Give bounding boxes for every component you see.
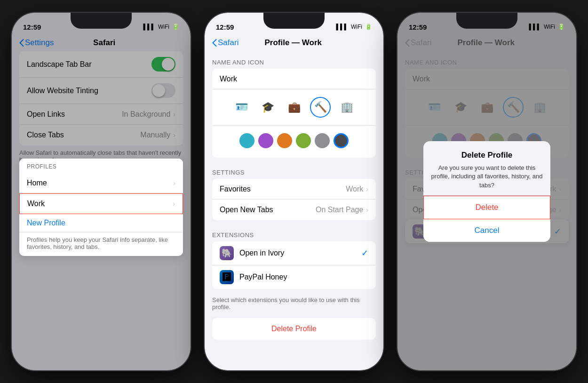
favorites-chevron: › <box>366 185 368 193</box>
open-new-tabs-chevron: › <box>366 206 368 214</box>
nav-title-2: Profile — Work <box>238 38 348 48</box>
time-3: 12:59 <box>409 23 427 31</box>
delete-profile-button[interactable]: Delete Profile <box>212 318 376 340</box>
paypal-ext-row[interactable]: 🅿 PayPal Honey <box>212 265 376 289</box>
alert-cancel-button[interactable]: Cancel <box>423 219 550 242</box>
wifi-icon-3: WiFi <box>544 24 555 30</box>
icons-list: 🪪 🎓 💼 🔨 🏢 <box>231 93 357 121</box>
ivory-ext-row[interactable]: 🐘 Open in Ivory ✓ <box>212 241 376 265</box>
extensions-group: 🐘 Open in Ivory ✓ 🅿 PayPal Honey <box>212 241 376 289</box>
favorites-row[interactable]: Favorites Work › <box>212 179 376 199</box>
paypal-label: PayPal Honey <box>239 273 368 281</box>
alert-message: Are you sure you want to delete this pro… <box>431 164 543 190</box>
profile-name-value: Work <box>220 75 368 83</box>
status-icons-1: ▌▌▌ WiFi 🔋 <box>143 24 179 30</box>
color-dark-selected[interactable] <box>334 133 349 148</box>
work-profile-label: Work <box>27 199 173 208</box>
open-new-tabs-label: Open New Tabs <box>220 206 316 214</box>
ext-footer: Select which extensions you would like t… <box>205 293 383 314</box>
home-profile-chevron: › <box>173 179 175 187</box>
battery-icon-3: 🔋 <box>558 24 565 30</box>
home-profile-label: Home <box>27 179 173 187</box>
icon-building[interactable]: 🏢 <box>336 97 357 118</box>
alert-buttons: Delete Cancel <box>423 195 550 242</box>
color-gray[interactable] <box>315 133 330 148</box>
favorites-label: Favorites <box>220 185 346 193</box>
profiles-footer: Profiles help you keep your Safari info … <box>19 232 183 256</box>
notch-3 <box>456 13 517 29</box>
profile-name-group: Work 🪪 🎓 💼 🔨 🏢 <box>212 69 376 158</box>
icon-hammer-selected[interactable]: 🔨 <box>310 97 331 118</box>
profile-settings-group: Favorites Work › Open New Tabs On Start … <box>212 179 376 220</box>
signal-icon: ▌▌▌ <box>143 24 155 30</box>
settings-label: SETTINGS <box>205 161 383 179</box>
extensions-label: EXTENSIONS <box>205 224 383 241</box>
new-profile-label: New Profile <box>27 219 65 227</box>
phone-2: 12:59 ▌▌▌ WiFi 🔋 Safari Profile — Work N… <box>205 13 383 370</box>
delete-alert: Delete Profile Are you sure you want to … <box>423 141 550 242</box>
delete-profile-section[interactable]: Delete Profile <box>212 318 376 340</box>
color-teal[interactable] <box>239 133 254 148</box>
notch-2 <box>263 13 325 29</box>
work-profile-row[interactable]: Work › <box>19 193 183 214</box>
alert-content: Delete Profile Are you sure you want to … <box>423 141 550 195</box>
alert-delete-button[interactable]: Delete <box>423 196 550 219</box>
battery-icon-2: 🔋 <box>365 24 372 30</box>
signal-icon-2: ▌▌▌ <box>336 24 348 30</box>
back-button-2[interactable]: Safari <box>212 38 238 48</box>
time-2: 12:59 <box>216 23 234 31</box>
battery-icon: 🔋 <box>172 24 179 30</box>
name-icon-label: NAME AND ICON <box>205 51 383 69</box>
ivory-icon: 🐘 <box>220 246 234 260</box>
profile-name-row: Work <box>212 69 376 89</box>
color-orange[interactable] <box>277 133 292 148</box>
phone-1: 12:59 ▌▌▌ WiFi 🔋 Settings Safari Landsca… <box>12 13 191 370</box>
profiles-list: Home › Work › <box>19 173 183 214</box>
open-new-tabs-value: On Start Page <box>316 206 363 214</box>
new-profile-row[interactable]: New Profile <box>19 214 183 232</box>
profiles-popup: PROFILES Home › Work › New Profile Profi… <box>19 159 183 256</box>
wifi-icon-2: WiFi <box>351 24 362 30</box>
favorites-value: Work <box>346 185 363 193</box>
colors-list <box>239 129 349 154</box>
phone-3: 12:59 ▌▌▌ WiFi 🔋 Safari Profile — Work N… <box>397 13 576 370</box>
profile-colors-row <box>212 126 376 158</box>
ivory-check: ✓ <box>361 248 368 258</box>
status-icons-2: ▌▌▌ WiFi 🔋 <box>336 24 372 30</box>
alert-overlay: Delete Profile Are you sure you want to … <box>397 13 576 370</box>
icon-grad[interactable]: 🎓 <box>257 97 278 118</box>
time-1: 12:59 <box>23 23 41 31</box>
notch-1 <box>71 13 132 29</box>
status-icons-3: ▌▌▌ WiFi 🔋 <box>529 24 565 30</box>
wifi-icon: WiFi <box>158 24 169 30</box>
profiles-section-label: PROFILES <box>19 159 183 173</box>
color-purple[interactable] <box>258 133 273 148</box>
open-new-tabs-row[interactable]: Open New Tabs On Start Page › <box>212 199 376 220</box>
signal-icon-3: ▌▌▌ <box>529 24 541 30</box>
profile-icons-row: 🪪 🎓 💼 🔨 🏢 <box>212 89 376 126</box>
icon-briefcase[interactable]: 💼 <box>284 97 304 118</box>
paypal-icon: 🅿 <box>220 270 234 284</box>
ivory-label: Open in Ivory <box>239 249 361 257</box>
color-green[interactable] <box>296 133 311 148</box>
home-profile-row[interactable]: Home › <box>19 173 183 193</box>
work-profile-chevron: › <box>173 200 175 207</box>
nav-bar-2: Safari Profile — Work <box>205 36 383 51</box>
icon-id[interactable]: 🪪 <box>231 97 252 118</box>
alert-title: Delete Profile <box>431 151 543 160</box>
